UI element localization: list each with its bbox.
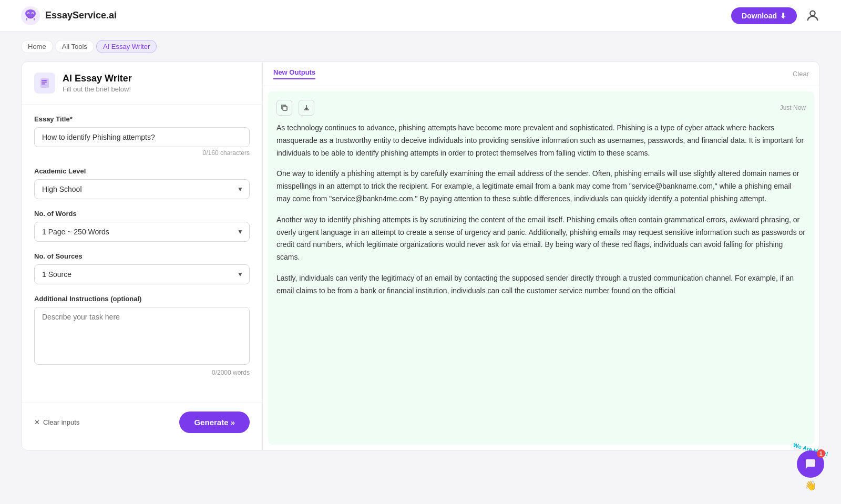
chat-open-button[interactable]: 1	[797, 450, 824, 478]
generate-button[interactable]: Generate »	[179, 412, 250, 433]
download-button[interactable]: Download ⬇	[731, 7, 797, 24]
svg-rect-13	[283, 106, 287, 110]
svg-rect-10	[42, 80, 47, 81]
svg-rect-7	[34, 18, 35, 20]
waving-hand-icon: 👋	[805, 480, 816, 491]
output-paragraph-1: As technology continues to advance, phis…	[276, 122, 806, 159]
clear-inputs-button[interactable]: ✕ Clear inputs	[34, 418, 79, 426]
no-of-sources-group: No. of Sources 1 Source 2 Sources 3 Sour…	[34, 252, 250, 284]
essay-title-input[interactable]	[34, 127, 250, 147]
essay-writer-icon	[39, 77, 50, 89]
essay-title-char-count: 0/160 characters	[34, 149, 250, 157]
output-text: As technology continues to advance, phis…	[276, 122, 806, 297]
clear-output-link[interactable]: Clear	[793, 70, 809, 78]
no-of-words-group: No. of Words 1 Page ~ 250 Words 2 Pages …	[34, 210, 250, 242]
no-of-words-select[interactable]: 1 Page ~ 250 Words 2 Pages ~ 500 Words 3…	[34, 222, 250, 242]
output-paragraph-2: One way to identify a phishing attempt i…	[276, 168, 806, 205]
no-of-sources-label: No. of Sources	[34, 252, 250, 260]
additional-instructions-label: Additional Instructions (optional)	[34, 295, 250, 303]
essay-title-label: Essay Title*	[34, 115, 250, 123]
svg-rect-9	[40, 78, 49, 88]
svg-rect-12	[42, 84, 45, 85]
svg-point-4	[28, 13, 29, 14]
copy-icon[interactable]	[276, 100, 292, 116]
breadcrumb-ai-essay-writer[interactable]: AI Essay Writer	[96, 40, 157, 53]
timestamp: Just Now	[780, 104, 806, 111]
svg-rect-6	[26, 18, 27, 20]
form-footer: ✕ Clear inputs Generate »	[22, 403, 262, 441]
svg-point-5	[32, 13, 33, 14]
logo-icon	[21, 6, 40, 25]
output-content-wrapper: Just Now As technology continues to adva…	[268, 91, 814, 445]
panel-icon	[34, 73, 55, 94]
new-outputs-tab[interactable]: New Outputs	[273, 68, 315, 79]
download-icon: ⬇	[780, 12, 786, 20]
logo-text: EssayService.ai	[45, 10, 117, 21]
right-panel-header: New Outputs Clear	[263, 62, 819, 86]
download-label: Download	[742, 12, 777, 20]
download-output-icon[interactable]	[299, 100, 314, 116]
academic-level-label: Academic Level	[34, 167, 250, 175]
right-panel: New Outputs Clear Just Now	[263, 61, 820, 450]
no-of-sources-select-wrapper: 1 Source 2 Sources 3 Sources 4 Sources ▼	[34, 264, 250, 284]
svg-point-8	[810, 11, 815, 15]
chat-widget: We Are Here! 1 👋	[793, 446, 828, 491]
no-of-sources-select[interactable]: 1 Source 2 Sources 3 Sources 4 Sources	[34, 264, 250, 284]
svg-rect-11	[42, 82, 47, 83]
chat-badge: 1	[817, 449, 825, 458]
additional-instructions-input[interactable]	[34, 307, 250, 365]
academic-level-group: Academic Level High School College Unive…	[34, 167, 250, 199]
user-icon[interactable]	[805, 8, 820, 23]
academic-level-select[interactable]: High School College University Master's …	[34, 179, 250, 199]
header-right: Download ⬇	[731, 7, 820, 24]
no-of-words-select-wrapper: 1 Page ~ 250 Words 2 Pages ~ 500 Words 3…	[34, 222, 250, 242]
panel-title: AI Essay Writer	[63, 73, 132, 84]
breadcrumb: Home All Tools AI Essay Writer	[0, 32, 841, 61]
clear-x-icon: ✕	[34, 418, 40, 426]
word-count: 0/2000 words	[34, 369, 250, 376]
logo-area: EssayService.ai	[21, 6, 117, 25]
additional-instructions-group: Additional Instructions (optional) 0/200…	[34, 295, 250, 376]
panel-title-area: AI Essay Writer Fill out the brief below…	[63, 73, 132, 93]
chat-bubble-content: We Are Here! 1 👋	[793, 446, 828, 491]
chat-icon	[804, 458, 817, 470]
main-content: AI Essay Writer Fill out the brief below…	[0, 61, 841, 471]
panel-subtitle: Fill out the brief below!	[63, 85, 132, 93]
clear-inputs-label: Clear inputs	[43, 418, 79, 426]
left-panel: AI Essay Writer Fill out the brief below…	[21, 61, 263, 450]
form-area: Essay Title* 0/160 characters Academic L…	[22, 105, 262, 397]
header: EssayService.ai Download ⬇	[0, 0, 841, 32]
output-paragraph-3: Another way to identify phishing attempt…	[276, 214, 806, 264]
svg-point-1	[25, 9, 36, 18]
panel-header: AI Essay Writer Fill out the brief below…	[22, 62, 262, 105]
essay-title-group: Essay Title* 0/160 characters	[34, 115, 250, 157]
generate-label: Generate »	[194, 418, 235, 427]
output-paragraph-4: Lastly, individuals can verify the legit…	[276, 272, 806, 297]
breadcrumb-home[interactable]: Home	[21, 40, 53, 53]
output-toolbar: Just Now	[276, 100, 806, 116]
academic-level-select-wrapper: High School College University Master's …	[34, 179, 250, 199]
breadcrumb-all-tools[interactable]: All Tools	[55, 40, 94, 53]
no-of-words-label: No. of Words	[34, 210, 250, 218]
